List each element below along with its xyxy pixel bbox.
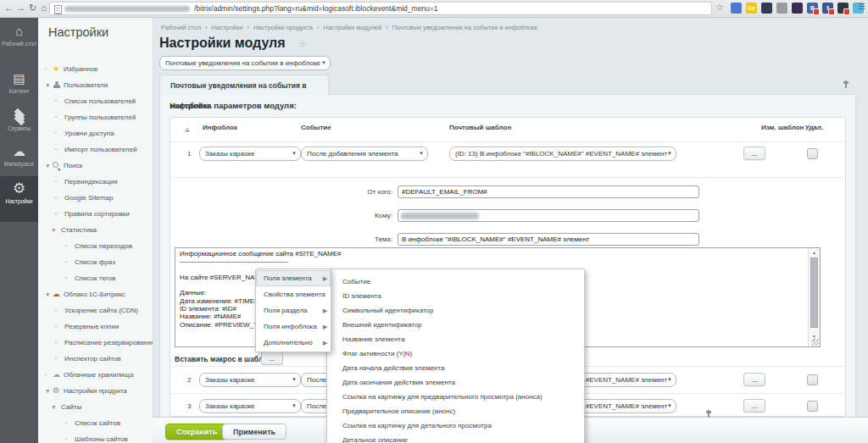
ext-camera-icon[interactable] <box>776 3 787 14</box>
scroll-up-icon[interactable]: ▲ <box>809 250 820 255</box>
settings-menu-item[interactable]: ▼Сайты <box>38 399 153 415</box>
apply-button[interactable]: Применить <box>222 424 287 440</box>
settings-menu-item[interactable]: •☁Облачные хранилища <box>38 367 153 383</box>
context-menu-item[interactable]: Дополнительно ▶ <box>256 335 331 351</box>
context-submenu-item[interactable]: Детальное описание <box>327 433 584 443</box>
ext-ge-icon[interactable]: Ge <box>746 3 757 14</box>
breadcrumb-item[interactable]: Настройки модулей <box>324 24 382 31</box>
ext-pocket-icon[interactable] <box>761 3 772 14</box>
settings-menu-item[interactable]: ▪Группы пользователей <box>38 109 153 125</box>
sidebar-item-services[interactable]: Сервисы <box>0 107 38 142</box>
save-button[interactable]: Сохранить <box>165 424 228 440</box>
settings-menu-item[interactable]: ▪Импорт пользователей <box>38 141 153 158</box>
scrollbar[interactable]: ▲ ▼ <box>808 248 820 346</box>
edit-template-button[interactable]: ... <box>743 373 765 386</box>
edit-template-button[interactable]: ... <box>743 399 765 413</box>
settings-menu-item[interactable]: ▪Правила сортировки <box>38 206 153 222</box>
favorite-star-icon[interactable]: ☆ <box>298 39 307 50</box>
template-select[interactable]: (ID: 13) В инфоблоке "#IBLOCK_NAME#" #EV… <box>449 147 676 161</box>
forward-icon[interactable]: → <box>15 1 26 15</box>
delete-checkbox[interactable] <box>807 148 818 159</box>
browser-menu-icon[interactable]: ☰ <box>858 2 865 11</box>
context-submenu-item[interactable]: Символьный идентификатор <box>327 303 584 318</box>
edit-template-button[interactable]: ... <box>743 147 765 160</box>
module-select[interactable]: Почтовые уведомления на события в инфобл… <box>159 56 331 70</box>
delete-checkbox[interactable] <box>807 401 818 412</box>
sidebar-item-content[interactable]: ▤ Контент <box>0 71 38 105</box>
settings-menu-item[interactable]: ▪Резервные копии <box>38 318 153 335</box>
address-bar[interactable]: /bitrix/admin/settings.php?lang=ru&mid=l… <box>49 2 712 15</box>
settings-menu-item[interactable]: ▼Поиск <box>38 158 153 174</box>
back-icon[interactable]: ← <box>3 1 14 15</box>
breadcrumb-item[interactable]: Настройки продукта <box>253 24 313 31</box>
settings-menu-item[interactable]: ▪Список переходов <box>38 238 153 254</box>
from-input[interactable] <box>398 186 699 198</box>
insert-macro-button[interactable]: ... <box>261 352 283 365</box>
bookmark-star-icon[interactable]: ☆ <box>715 2 724 13</box>
settings-menu-item[interactable]: ▪Уровни доступа <box>38 125 153 141</box>
settings-menu-item[interactable]: ▪Расписание резервирования <box>38 335 153 351</box>
tab-mail-events[interactable]: Почтовые уведомления на события в инфобл… <box>159 75 329 96</box>
menu-item-label: Настройки продукта <box>64 383 127 399</box>
context-menu-item[interactable]: Поля раздела ▶ <box>256 302 331 318</box>
context-submenu-item[interactable]: Дата окончания действия элемента <box>327 375 584 390</box>
chevron-down-icon: ▼ <box>419 147 424 160</box>
context-menu-item[interactable]: Поля инфоблока ▶ <box>256 318 331 335</box>
iblock-select[interactable]: Заказы караоке▼ <box>199 373 301 387</box>
settings-menu-item[interactable]: ▼Статистика <box>38 222 153 238</box>
sidebar-item-desktop[interactable]: ⌂ Рабочий стол <box>0 24 38 68</box>
settings-menu-item[interactable]: •★Избранное <box>38 61 153 77</box>
iblock-select[interactable]: Заказы караоке▼ <box>199 147 301 161</box>
ext-night-icon[interactable] <box>792 3 803 14</box>
subject-input[interactable] <box>398 233 699 246</box>
ext-dark-icon[interactable] <box>837 3 849 14</box>
settings-menu-item[interactable]: ▪Переиндексация <box>38 174 153 190</box>
row-number: 2 <box>187 376 191 384</box>
context-submenu-item[interactable]: Название элемента <box>327 332 584 346</box>
ext-blue-icon[interactable] <box>731 3 742 14</box>
resize-grip-icon[interactable] <box>812 339 819 346</box>
home-icon[interactable]: ⌂ <box>38 1 49 15</box>
context-submenu-item[interactable]: Ссылка на картинку для предварительного … <box>327 390 584 404</box>
event-select[interactable]: После добавления элемента▼ <box>301 147 428 161</box>
context-submenu-item[interactable]: Флаг активности (Y|N) <box>327 346 584 361</box>
menu-item-label: Избранное <box>64 61 98 77</box>
ext-fb-icon[interactable]: f <box>822 3 833 14</box>
breadcrumb-item[interactable]: Рабочий стол <box>161 24 201 31</box>
context-submenu-item[interactable]: Дата начала действия элемента <box>327 361 584 375</box>
context-menu-item[interactable]: Свойства элемента <box>256 286 331 302</box>
context-submenu-item[interactable]: Событие <box>327 274 584 289</box>
scrollbar-thumb[interactable] <box>810 257 818 328</box>
settings-menu-item[interactable]: ▼Пользователи <box>38 77 153 93</box>
settings-menu-item[interactable]: ▪Список тегов <box>38 270 153 286</box>
context-submenu-item[interactable]: Внешний идентификатор <box>327 318 584 332</box>
iblock-select-value: Заказы караоке <box>205 402 254 410</box>
settings-menu-item[interactable]: ▪Шаблоны сайтов <box>38 431 153 443</box>
col-header-delete: Удал. <box>805 124 823 131</box>
sidebar-item-marketplace[interactable]: ☁↓ Marketplace <box>0 144 38 176</box>
reload-icon[interactable]: ↻ <box>27 1 38 15</box>
breadcrumb-item[interactable]: Настройки <box>212 24 243 31</box>
settings-menu-item[interactable]: ▪Список сайтов <box>38 415 153 431</box>
pin-icon[interactable] <box>705 410 712 418</box>
settings-menu-item[interactable]: ▪Список фраз <box>38 254 153 270</box>
chevron-down-icon: ▼ <box>292 374 297 386</box>
menu-item-label: Переиндексация <box>64 174 118 190</box>
iblock-select[interactable]: Заказы караоке▼ <box>199 399 301 413</box>
settings-menu-item[interactable]: ▼☁Облако 1С-Битрикс <box>38 286 153 302</box>
delete-checkbox[interactable] <box>807 374 818 385</box>
sidebar-item-settings[interactable]: ⚙ Настройки <box>0 176 38 222</box>
ext-vk-icon[interactable]: B <box>807 3 818 14</box>
context-submenu-item[interactable]: Ссылка на картинку для детального просмо… <box>327 418 584 433</box>
context-submenu-item[interactable]: Предварительное описание (анонс) <box>327 404 584 418</box>
settings-menu-item[interactable]: ▪Инспектор сайтов <box>38 351 153 367</box>
expand-arrow-icon: ▼ <box>45 77 50 93</box>
menu-item-label: Список тегов <box>75 270 115 286</box>
settings-menu-item[interactable]: ▪Список пользователей <box>38 93 153 109</box>
settings-menu-item[interactable]: ▼⚙Настройки продукта <box>38 383 153 399</box>
settings-menu-item[interactable]: ▪Ускорение сайта (CDN) <box>38 302 153 318</box>
pin-icon[interactable] <box>843 80 849 89</box>
context-menu-item[interactable]: Поля элемента ▶ <box>256 270 331 286</box>
settings-menu-item[interactable]: ▪Google Sitemap <box>38 190 153 206</box>
context-submenu-item[interactable]: ID элемента <box>327 289 584 303</box>
